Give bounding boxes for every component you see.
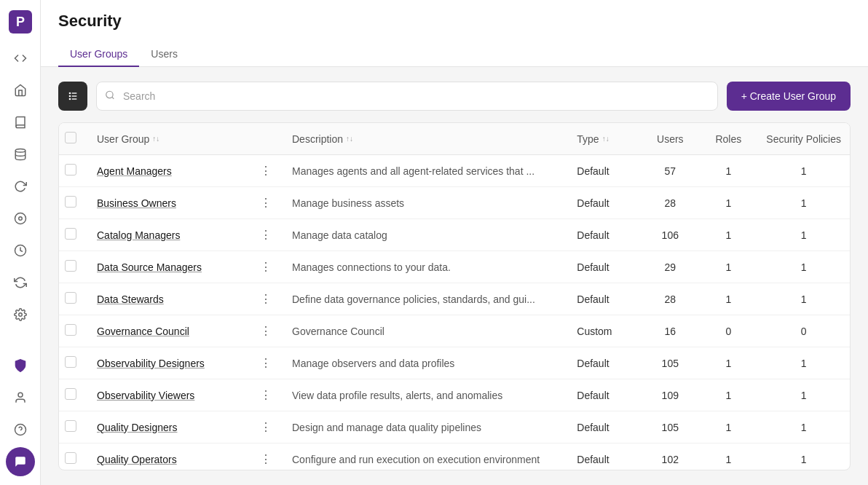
history-icon[interactable]	[6, 236, 35, 265]
row-roles-cell: 1	[699, 187, 757, 219]
row-checkbox[interactable]	[65, 388, 76, 400]
settings-icon[interactable]	[6, 300, 35, 329]
row-checkbox[interactable]	[65, 324, 76, 336]
row-type-cell: Default	[568, 443, 641, 470]
row-checkbox[interactable]	[65, 452, 76, 464]
row-context-menu[interactable]: ⋮	[257, 162, 275, 180]
create-user-group-button[interactable]: + Create User Group	[727, 82, 851, 111]
row-context-menu[interactable]: ⋮	[257, 354, 275, 372]
search-input[interactable]	[96, 82, 718, 111]
row-type-cell: Default	[568, 283, 641, 315]
row-checkbox[interactable]	[65, 228, 76, 240]
table-scroll-area[interactable]: User Group ↑↓ Description ↑↓	[59, 123, 850, 470]
row-users-cell: 105	[641, 347, 699, 379]
row-name-link[interactable]: Observability Designers	[97, 358, 205, 369]
row-roles-cell: 1	[699, 251, 757, 283]
row-checkbox[interactable]	[65, 356, 76, 368]
row-description-cell: Manages agents and all agent-related ser…	[283, 155, 568, 187]
row-menu-cell: ⋮	[248, 443, 283, 470]
table-row: Business Owners ⋮ Manage business assets…	[59, 187, 850, 219]
row-description-cell: Manage observers and data profiles	[283, 347, 568, 379]
row-context-menu[interactable]: ⋮	[257, 258, 275, 276]
row-type-cell: Default	[568, 219, 641, 251]
row-menu-cell: ⋮	[248, 315, 283, 347]
book-icon[interactable]	[6, 108, 35, 137]
row-users-cell: 105	[641, 411, 699, 443]
filter-button[interactable]	[58, 82, 87, 111]
tab-user-groups[interactable]: User Groups	[58, 42, 139, 67]
row-policies-cell: 1	[757, 347, 850, 379]
row-name-link[interactable]: Data Stewards	[97, 293, 164, 305]
svg-point-4	[18, 217, 22, 221]
chat-button[interactable]	[6, 447, 35, 476]
row-description-cell: Configure and run execution on execution…	[283, 443, 568, 470]
table-header-row: User Group ↑↓ Description ↑↓	[59, 123, 850, 155]
row-description-cell: Manage business assets	[283, 187, 568, 219]
svg-point-7	[18, 393, 23, 397]
row-users-cell: 57	[641, 155, 699, 187]
row-name-link[interactable]: Quality Designers	[97, 422, 178, 433]
row-description-cell: View data profile results, alerts, and a…	[283, 379, 568, 411]
row-menu-cell: ⋮	[248, 379, 283, 411]
page-header: Security User Groups Users	[41, 0, 868, 67]
tab-users[interactable]: Users	[139, 42, 189, 67]
row-checkbox-cell	[59, 155, 88, 187]
row-name-link[interactable]: Governance Council	[97, 326, 189, 337]
user-circle-icon[interactable]	[6, 383, 35, 412]
row-name-cell: Data Stewards	[88, 283, 248, 315]
row-users-cell: 16	[641, 315, 699, 347]
col-header-description[interactable]: Description ↑↓	[283, 123, 568, 155]
row-context-menu[interactable]: ⋮	[257, 386, 275, 404]
col-header-name[interactable]: User Group ↑↓	[88, 123, 248, 155]
row-checkbox-cell	[59, 219, 88, 251]
row-context-menu[interactable]: ⋮	[257, 450, 275, 468]
row-name-link[interactable]: Data Source Managers	[97, 261, 202, 273]
home-icon[interactable]	[6, 76, 35, 105]
help-icon[interactable]	[6, 415, 35, 444]
row-roles-cell: 1	[699, 443, 757, 470]
table-row: Observability Designers ⋮ Manage observe…	[59, 347, 850, 379]
table-row: Quality Designers ⋮ Design and manage da…	[59, 411, 850, 443]
row-context-menu[interactable]: ⋮	[257, 418, 275, 436]
row-users-cell: 29	[641, 251, 699, 283]
table-row: Data Source Managers ⋮ Manages connectio…	[59, 251, 850, 283]
row-description-cell: Manage data catalog	[283, 219, 568, 251]
row-type-cell: Default	[568, 251, 641, 283]
row-policies-cell: 1	[757, 187, 850, 219]
row-checkbox-cell	[59, 251, 88, 283]
row-checkbox[interactable]	[65, 164, 76, 176]
row-menu-cell: ⋮	[248, 187, 283, 219]
svg-point-12	[69, 98, 71, 100]
row-checkbox[interactable]	[65, 292, 76, 304]
row-roles-cell: 0	[699, 315, 757, 347]
database-icon[interactable]	[6, 140, 35, 169]
row-name-link[interactable]: Agent Managers	[97, 165, 172, 177]
refresh-icon[interactable]	[6, 172, 35, 201]
header-checkbox[interactable]	[65, 132, 76, 143]
row-roles-cell: 1	[699, 411, 757, 443]
svg-rect-14	[72, 95, 77, 96]
code-icon[interactable]	[6, 44, 35, 73]
row-context-menu[interactable]: ⋮	[257, 322, 275, 340]
location-icon[interactable]	[6, 204, 35, 233]
shield-icon[interactable]	[6, 351, 35, 380]
row-context-menu[interactable]: ⋮	[257, 290, 275, 308]
row-policies-cell: 1	[757, 251, 850, 283]
sync-icon[interactable]	[6, 268, 35, 297]
row-name-link[interactable]: Business Owners	[97, 197, 176, 209]
row-checkbox[interactable]	[65, 260, 76, 272]
row-context-menu[interactable]: ⋮	[257, 226, 275, 244]
row-name-cell: Observability Designers	[88, 347, 248, 379]
row-context-menu[interactable]: ⋮	[257, 194, 275, 212]
row-name-link[interactable]: Catalog Managers	[97, 229, 180, 241]
col-header-type[interactable]: Type ↑↓	[568, 123, 641, 155]
row-name-link[interactable]: Observability Viewers	[97, 390, 194, 401]
row-checkbox[interactable]	[65, 196, 76, 208]
row-roles-cell: 1	[699, 347, 757, 379]
svg-rect-15	[72, 98, 77, 99]
page-title: Security	[58, 12, 851, 31]
row-checkbox[interactable]	[65, 420, 76, 432]
sort-icon-name: ↑↓	[152, 135, 159, 143]
row-name-link[interactable]: Quality Operators	[97, 454, 177, 465]
svg-rect-13	[72, 92, 77, 93]
